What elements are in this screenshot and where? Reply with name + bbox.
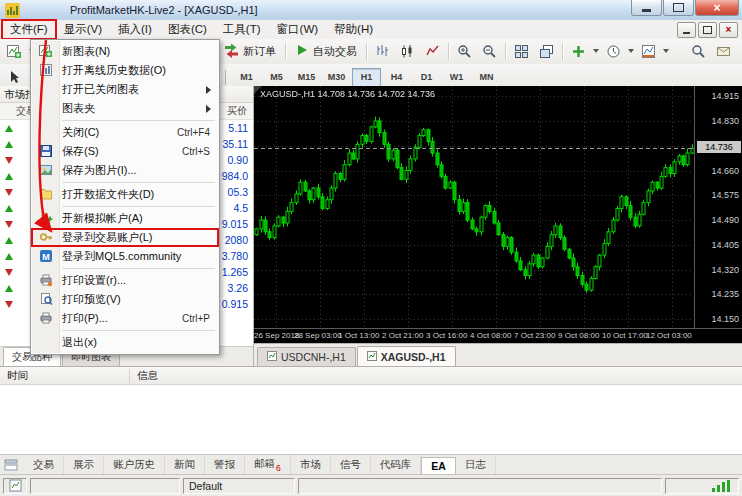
menu-item-print-setup[interactable]: 打印设置(r)... <box>31 271 219 290</box>
time-column-header[interactable]: 时间 <box>0 369 130 383</box>
timeframe-w1[interactable]: W1 <box>442 68 471 87</box>
chevron-down-icon[interactable] <box>593 49 599 53</box>
save-picture-icon <box>39 163 53 179</box>
window-minimize-button[interactable] <box>631 0 662 16</box>
autotrading-button[interactable]: 自动交易 <box>289 40 363 63</box>
tile-windows-button[interactable] <box>509 40 534 63</box>
timeframe-mn[interactable]: MN <box>472 68 501 87</box>
menu-view[interactable]: 显示(V) <box>56 20 110 39</box>
menu-item-open-data-folder[interactable]: 打开数据文件夹(D) <box>31 185 219 204</box>
menu-item-close[interactable]: 关闭(C) Ctrl+F4 <box>31 123 219 142</box>
connection-status[interactable] <box>665 478 739 494</box>
menu-file[interactable]: 文件(F) <box>2 20 56 39</box>
timeframe-h1[interactable]: H1 <box>352 68 381 87</box>
price-axis-label: 14.915 <box>711 91 739 101</box>
chart-tab-usdcnh[interactable]: USDCNH-,H1 <box>257 347 356 366</box>
line-chart-button[interactable] <box>420 40 445 63</box>
menu-tools[interactable]: 工具(T) <box>215 20 269 39</box>
templates-button[interactable] <box>636 40 661 63</box>
menu-item-label: 新图表(N) <box>60 44 219 59</box>
toolbar-separator <box>562 43 563 60</box>
bar-chart-button[interactable] <box>370 40 395 63</box>
new-order-button[interactable]: 新订单 <box>218 40 282 63</box>
tab-alerts[interactable]: 警报 <box>205 456 245 474</box>
timeframe-m30[interactable]: M30 <box>322 68 351 87</box>
cascade-windows-button[interactable] <box>534 40 559 63</box>
message-column-header[interactable]: 信息 <box>130 369 742 383</box>
menu-item-login-mql5[interactable]: M 登录到MQL5.community <box>31 247 219 266</box>
title-bar[interactable]: ProfitMarketHK-Live2 - [XAGUSD-,H1] × <box>0 0 742 21</box>
profile-indicator[interactable]: Default <box>183 478 295 494</box>
menu-item-new-chart[interactable]: 新图表(N) <box>31 42 219 61</box>
candlestick-chart-button[interactable] <box>395 40 420 63</box>
menu-item-profiles[interactable]: 图表夹 <box>31 99 219 118</box>
chart-tab-xagusd[interactable]: XAGUSD-,H1 <box>357 346 456 366</box>
price-axis[interactable]: 14.91514.83014.74514.66014.57514.49014.4… <box>694 86 742 328</box>
down-arrow-icon <box>5 269 13 276</box>
menu-insert[interactable]: 插入(I) <box>110 20 160 39</box>
time-axis-label: 26 Sep 2018 <box>254 331 299 340</box>
timeframe-m15[interactable]: M15 <box>292 68 321 87</box>
submenu-arrow-icon <box>206 86 211 94</box>
price-axis-label: 14.405 <box>711 240 739 250</box>
menu-separator <box>62 268 215 269</box>
close-icon: × <box>726 26 732 34</box>
new-order-icon <box>224 42 239 60</box>
menu-charts[interactable]: 图表(C) <box>160 20 215 39</box>
menu-separator <box>62 182 215 183</box>
window-maximize-button[interactable] <box>663 0 694 16</box>
tab-exposure[interactable]: 展示 <box>64 456 104 474</box>
tab-market[interactable]: 市场 <box>291 456 331 474</box>
tab-signals[interactable]: 信号 <box>331 456 371 474</box>
tab-mailbox-label: 邮箱 <box>254 457 275 469</box>
menu-item-save[interactable]: 保存(S) Ctrl+S <box>31 142 219 161</box>
window-close-button[interactable]: × <box>695 0 739 16</box>
chart-minimize-button[interactable] <box>677 22 696 38</box>
tab-trade[interactable]: 交易 <box>24 456 64 474</box>
mailbox-button[interactable] <box>711 40 736 63</box>
time-axis-label: 7 Oct 23:00 <box>514 331 555 340</box>
timeframe-m5[interactable]: M5 <box>262 68 291 87</box>
timeframe-h4[interactable]: H4 <box>382 68 411 87</box>
tab-news[interactable]: 新闻 <box>165 456 205 474</box>
tab-account-history[interactable]: 账户历史 <box>104 456 165 474</box>
menu-bar: 文件(F) 显示(V) 插入(I) 图表(C) 工具(T) 窗口(W) 帮助(H… <box>0 20 742 40</box>
tab-experts[interactable]: EA <box>421 457 456 474</box>
chevron-down-icon[interactable] <box>628 49 634 53</box>
new-chart-button[interactable] <box>2 40 27 63</box>
menu-item-print-preview[interactable]: 打印预览(V) <box>31 290 219 309</box>
menu-item-login-trade-account[interactable]: 登录到交易账户(L) <box>31 228 219 247</box>
menu-separator <box>62 120 215 121</box>
tab-code-base[interactable]: 代码库 <box>371 456 422 474</box>
mailbox-count-badge: 6 <box>276 463 281 473</box>
chart-window: XAGUSD-,H1 14.708 14.736 14.702 14.736 1… <box>254 86 742 366</box>
menu-item-print[interactable]: 打印(P)... Ctrl+P <box>31 309 219 328</box>
data-folder-icon <box>39 187 53 203</box>
toolbar-grip[interactable] <box>220 70 226 85</box>
indicators-button[interactable] <box>566 40 591 63</box>
search-button[interactable] <box>686 40 711 63</box>
tab-mailbox[interactable]: 邮箱6 <box>245 455 291 474</box>
menu-item-shortcut: Ctrl+S <box>182 146 219 157</box>
chevron-down-icon[interactable] <box>663 49 669 53</box>
menu-item-open-demo-account[interactable]: 开新模拟帐户(A) <box>31 209 219 228</box>
menu-item-exit[interactable]: 退出(x) <box>31 333 219 352</box>
menu-item-label: 登录到MQL5.community <box>60 249 219 264</box>
periods-button[interactable] <box>601 40 626 63</box>
menu-item-open-offline[interactable]: 打开离线历史数据(O) <box>31 61 219 80</box>
up-arrow-icon <box>5 173 13 180</box>
price-chart[interactable] <box>254 86 694 328</box>
zoom-out-button[interactable] <box>477 40 502 63</box>
timeframe-d1[interactable]: D1 <box>412 68 441 87</box>
timeframe-m1[interactable]: M1 <box>232 68 261 87</box>
menu-item-label: 保存为图片(I)... <box>60 163 219 178</box>
menu-help[interactable]: 帮助(H) <box>326 20 381 39</box>
terminal-grip-icon[interactable] <box>4 458 18 472</box>
menu-item-open-deleted[interactable]: 打开已关闭图表 <box>31 80 219 99</box>
menu-window[interactable]: 窗口(W) <box>269 20 327 39</box>
zoom-in-button[interactable] <box>452 40 477 63</box>
menu-item-save-as-picture[interactable]: 保存为图片(I)... <box>31 161 219 180</box>
chart-close-button[interactable]: × <box>719 22 738 38</box>
tab-journal[interactable]: 日志 <box>456 456 496 474</box>
chart-restore-button[interactable] <box>698 22 717 38</box>
